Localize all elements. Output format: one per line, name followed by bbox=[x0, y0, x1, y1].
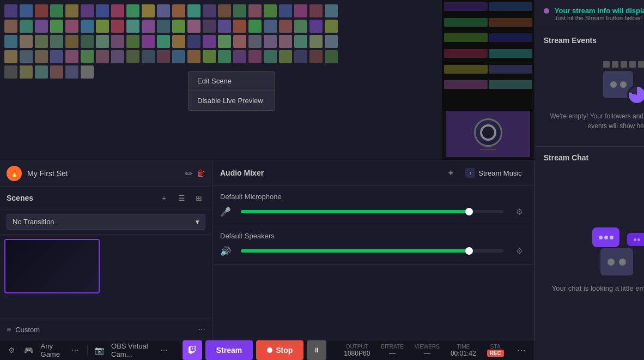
audio-mixer-section: Audio Mixer + ♪ Stream Music Default Mic… bbox=[212, 160, 534, 340]
grid-view-btn[interactable]: ⊞ bbox=[192, 191, 205, 205]
add-scene-btn[interactable]: + bbox=[157, 191, 171, 205]
stream-music-btn[interactable]: ♪ Stream Music bbox=[461, 166, 526, 180]
stream-info-subtitle: Just hit the Stream button below! bbox=[555, 15, 644, 21]
microphone-channel: Default Microphone 🎤 ⚙ bbox=[212, 186, 534, 225]
scene-thumbnail[interactable] bbox=[4, 239, 100, 293]
speakers-slider[interactable] bbox=[241, 249, 503, 253]
edit-scene-menu-item[interactable]: Edit Scene bbox=[189, 71, 275, 91]
context-menu: Edit Scene Disable Live Preview bbox=[188, 71, 275, 111]
scene-thumbnail-area bbox=[0, 235, 212, 319]
scene-set-delete-btn[interactable]: 🗑 bbox=[197, 169, 205, 179]
cam-icon: 📷 bbox=[94, 343, 105, 358]
status-bar: ⚙ 🎮 Any Game ⋯ 📷 OBS Virtual Cam... ⋯ St… bbox=[0, 340, 534, 360]
custom-label: Custom bbox=[15, 326, 198, 334]
viewers-stat: VIEWERS — bbox=[415, 344, 440, 357]
microphone-settings-btn[interactable]: ⚙ bbox=[513, 205, 526, 218]
transition-select[interactable]: No Transition ▾ bbox=[7, 214, 205, 230]
microphone-icon: 🎤 bbox=[220, 207, 231, 217]
bitrate-value: — bbox=[389, 350, 396, 357]
stop-dot bbox=[267, 347, 272, 353]
stop-label: Stop bbox=[276, 346, 293, 355]
stream-chat-title: Stream Chat bbox=[544, 153, 588, 162]
stats-more-btn[interactable]: ⋯ bbox=[515, 344, 528, 357]
stream-events-title: Stream Events bbox=[544, 36, 597, 45]
stream-events-header: Stream Events ⚌ bbox=[544, 35, 644, 46]
audio-mixer-title: Audio Mixer bbox=[220, 169, 440, 177]
right-sidebar: Your stream info will display h... Just … bbox=[534, 0, 644, 360]
settings-btn[interactable]: ⚙ bbox=[7, 343, 17, 358]
transition-value: No Transition bbox=[13, 218, 54, 226]
output-label: OUTPUT bbox=[346, 344, 368, 350]
custom-icon: ≡ bbox=[7, 325, 11, 334]
stream-info-banner: Your stream info will display h... Just … bbox=[535, 0, 644, 28]
disable-live-preview-menu-item[interactable]: Disable Live Preview bbox=[189, 91, 275, 110]
stream-controls: Stream Stop ⏸ bbox=[183, 340, 327, 360]
stream-events-empty: We're empty! Your followers and other im… bbox=[544, 52, 644, 140]
viewers-value: — bbox=[424, 350, 430, 357]
cam-more-btn[interactable]: ⋯ bbox=[159, 343, 169, 358]
microphone-controls: 🎤 ⚙ bbox=[220, 205, 526, 218]
game-more-btn[interactable]: ⋯ bbox=[70, 343, 81, 358]
speakers-channel: Default Speakers 🔊 ⚙ bbox=[212, 225, 534, 265]
stream-indicator bbox=[544, 8, 549, 14]
separator-1 bbox=[87, 345, 88, 356]
speakers-controls: 🔊 ⚙ bbox=[220, 244, 526, 257]
stream-btn[interactable]: Stream bbox=[205, 340, 253, 360]
game-label: Any Game bbox=[41, 342, 64, 358]
scene-set-header: 🔥 My First Set ✏ 🗑 bbox=[0, 160, 212, 187]
chevron-down-icon: ▾ bbox=[196, 218, 199, 226]
scene-set-icon: 🔥 bbox=[7, 166, 22, 181]
pause-btn[interactable]: ⏸ bbox=[307, 340, 326, 360]
chat-empty-text: Your chat is looking a little empty righ… bbox=[552, 283, 644, 295]
output-value: 1080P60 bbox=[344, 350, 370, 357]
output-stat: OUTPUT 1080P60 bbox=[344, 344, 370, 357]
scenes-panel: 🔥 My First Set ✏ 🗑 Scenes + ☰ ⊞ bbox=[0, 160, 212, 340]
scene-set-name: My First Set bbox=[27, 169, 185, 178]
bitrate-stat: BITRATE — bbox=[381, 344, 403, 357]
microphone-slider[interactable] bbox=[241, 210, 503, 213]
status-stat: STA REC bbox=[487, 344, 504, 357]
stream-music-label: Stream Music bbox=[478, 169, 521, 177]
stream-info-text: Your stream info will display h... Just … bbox=[555, 7, 644, 21]
scenes-label: Scenes bbox=[7, 194, 153, 202]
stream-events-empty-text: We're empty! Your followers and other im… bbox=[544, 111, 644, 131]
stop-btn[interactable]: Stop bbox=[256, 340, 303, 360]
stream-chat-header: Stream Chat bbox=[544, 153, 644, 162]
speakers-channel-name: Default Speakers bbox=[220, 232, 526, 240]
game-icon: 🎮 bbox=[23, 343, 34, 358]
twitch-btn[interactable] bbox=[183, 340, 202, 360]
preview-area: Edit Scene Disable Live Preview bbox=[0, 0, 534, 160]
cam-label: OBS Virtual Cam... bbox=[111, 342, 152, 358]
audio-mixer-header: Audio Mixer + ♪ Stream Music bbox=[212, 160, 534, 186]
audio-add-btn[interactable]: + bbox=[445, 167, 457, 179]
stream-events-section: Stream Events ⚌ bbox=[535, 28, 644, 147]
stream-music-icon: ♪ bbox=[465, 168, 475, 178]
speaker-icon: 🔊 bbox=[220, 246, 231, 256]
time-value: 00:01:42 bbox=[451, 350, 476, 357]
speakers-settings-btn[interactable]: ⚙ bbox=[513, 244, 526, 257]
custom-more-btn[interactable]: ··· bbox=[198, 325, 205, 334]
transition-row: No Transition ▾ bbox=[0, 209, 212, 235]
stream-info-title: Your stream info will display h... bbox=[555, 7, 644, 15]
chat-robot-illustration bbox=[592, 227, 644, 277]
scene-set-edit-btn[interactable]: ✏ bbox=[185, 169, 192, 179]
status-label: STA bbox=[490, 344, 501, 350]
rec-badge: REC bbox=[487, 350, 504, 357]
scenes-toolbar: Scenes + ☰ ⊞ bbox=[0, 187, 212, 209]
stream-chat-section: Stream Chat bbox=[535, 147, 644, 360]
time-label: TIME bbox=[457, 344, 470, 350]
microphone-channel-name: Default Microphone bbox=[220, 193, 526, 201]
time-stat: TIME 00:01:42 bbox=[451, 344, 476, 357]
stats-bar: OUTPUT 1080P60 BITRATE — VIEWERS — TIME … bbox=[333, 344, 528, 357]
empty-robot-illustration bbox=[598, 61, 641, 105]
viewers-label: VIEWERS bbox=[415, 344, 440, 350]
chat-empty-state: Your chat is looking a little empty righ… bbox=[544, 169, 644, 353]
list-view-btn[interactable]: ☰ bbox=[175, 191, 188, 205]
bitrate-label: BITRATE bbox=[381, 344, 403, 350]
custom-section: ≡ Custom ··· bbox=[0, 319, 212, 340]
